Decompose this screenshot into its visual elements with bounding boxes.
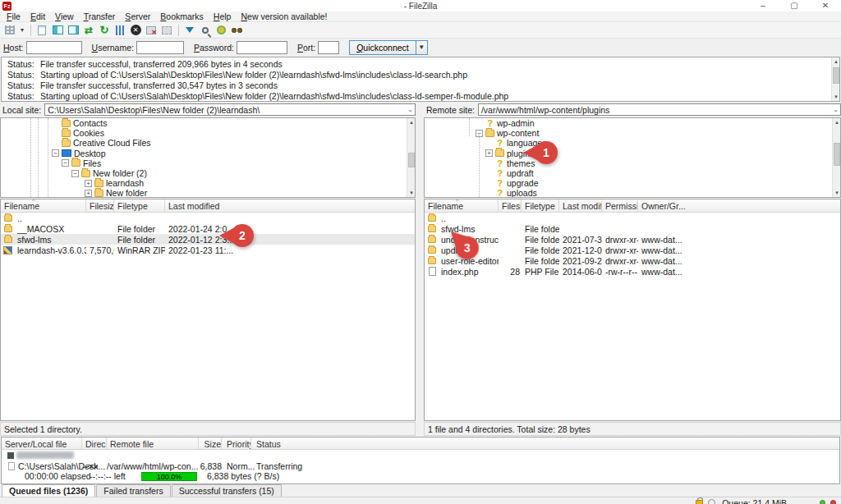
collapse-icon[interactable]: − <box>62 159 69 167</box>
quickconnect-button[interactable]: Quickconnect <box>349 40 416 55</box>
menu-server[interactable]: Server <box>120 11 155 21</box>
column-header-status[interactable]: Status <box>251 438 839 449</box>
expand-icon[interactable]: + <box>85 190 92 197</box>
queue-transfer-row[interactable]: C:\Users\Salah\Desk... -->> /var/www/htm… <box>2 460 839 471</box>
scroll-down-icon[interactable]: ▼ <box>832 93 840 101</box>
remote-site-path[interactable]: /var/www/html/wp-content/plugins⌄ <box>478 103 841 116</box>
file-row-sfwd-lms[interactable]: sfwd-lms File folder 2022-01-12 2:3... <box>1 234 415 245</box>
scroll-thumb[interactable] <box>833 67 839 84</box>
tab-failed-transfers[interactable]: Failed transfers <box>96 484 170 497</box>
scroll-up-icon[interactable]: ▲ <box>832 57 840 66</box>
file-row-user-role-editor[interactable]: user-role-editor File folder 2021-09-23.… <box>425 255 840 266</box>
tree-item-files[interactable]: −Files <box>1 158 415 168</box>
column-header-server-local-file[interactable]: Server/Local file <box>2 438 82 449</box>
menu-edit[interactable]: Edit <box>25 11 50 21</box>
menu-bookmarks[interactable]: Bookmarks <box>155 11 209 21</box>
column-header-filesize[interactable]: Filesize <box>86 199 114 212</box>
tree-item-learndash[interactable]: +learndash <box>1 178 415 188</box>
toggle-log-icon[interactable] <box>34 24 49 37</box>
lock-icon[interactable] <box>696 500 703 504</box>
reconnect-icon[interactable] <box>159 24 174 37</box>
synchronized-browsing-icon[interactable] <box>214 24 228 37</box>
tree-item-desktop[interactable]: −Desktop <box>1 149 415 158</box>
column-header-filename[interactable]: Filename^ <box>1 199 86 212</box>
log-scrollbar[interactable]: ▲ ▼ <box>831 57 839 101</box>
tree-item-creative-cloud-files[interactable]: Creative Cloud Files <box>1 138 415 148</box>
toggle-remote-tree-icon[interactable] <box>66 24 80 37</box>
file-row-parent-dir[interactable]: .. <box>425 213 840 223</box>
column-header-filetype[interactable]: Filetype <box>114 199 165 212</box>
username-input[interactable] <box>136 41 184 54</box>
chevron-down-icon[interactable]: ⌄ <box>407 104 413 116</box>
scroll-down-icon[interactable]: ▼ <box>407 189 416 197</box>
tree-item-uploads[interactable]: ?uploads <box>425 188 840 198</box>
menu-help[interactable]: Help <box>209 11 237 21</box>
toggle-local-tree-icon[interactable] <box>50 24 65 37</box>
expand-icon[interactable]: + <box>485 149 493 157</box>
disconnect-icon[interactable] <box>144 24 159 37</box>
tree-item-contacts[interactable]: Contacts <box>1 118 415 128</box>
local-site-path[interactable]: C:\Users\Salah\Desktop\Files\New folder … <box>44 103 416 116</box>
tree-item-new-folder[interactable]: +New folder <box>1 188 415 198</box>
refresh-icon[interactable]: ↻ <box>97 24 112 37</box>
tree-item-wp-admin[interactable]: ?wp-admin <box>425 118 840 128</box>
file-row-macosx[interactable]: __MACOSX File folder 2022-01-24 2:0... <box>1 223 415 234</box>
tree-item-plugins[interactable]: +plugins <box>425 149 840 158</box>
site-manager-dropdown-icon[interactable]: ▾ <box>18 24 26 37</box>
host-input[interactable] <box>26 41 82 54</box>
tree-item-updraft[interactable]: ?updraft <box>425 168 840 178</box>
tree-item-wp-content[interactable]: −wp-content <box>425 128 840 138</box>
file-row-index-php[interactable]: index.php 28 PHP File 2014-06-05... -rw-… <box>425 266 840 277</box>
tree-item-cookies[interactable]: Cookies <box>1 128 415 138</box>
maximize-button[interactable]: ▢ <box>779 0 810 11</box>
scroll-thumb[interactable] <box>834 143 840 166</box>
file-row-sfwd-lms[interactable]: sfwd-lms File folder <box>425 223 840 234</box>
minimize-button[interactable]: – <box>747 0 779 11</box>
column-header-filesize[interactable]: Filesize <box>499 199 522 212</box>
collapse-icon[interactable]: − <box>71 170 79 177</box>
scroll-up-icon[interactable]: ▲ <box>407 118 416 126</box>
tree-item-new-folder-2[interactable]: −New folder (2) <box>1 168 415 178</box>
filter-icon[interactable] <box>182 24 197 37</box>
column-header-size[interactable]: Size <box>199 438 222 449</box>
tab-queued-files[interactable]: Queued files (1236) <box>2 484 95 497</box>
menu-file[interactable]: File <box>2 11 25 21</box>
find-files-icon[interactable] <box>229 24 244 37</box>
process-queue-icon[interactable] <box>113 24 127 37</box>
column-header-priority[interactable]: Priority <box>222 438 251 449</box>
password-input[interactable] <box>237 41 287 54</box>
scroll-thumb[interactable] <box>408 153 415 167</box>
tree-item-themes[interactable]: ?themes <box>425 158 840 168</box>
scroll-down-icon[interactable]: ▼ <box>833 189 841 197</box>
toggle-queue-icon[interactable]: ⇄ <box>81 24 96 37</box>
file-row-updraft[interactable]: updraft File folder 2021-12-02... drwxr-… <box>425 245 840 255</box>
column-header-filename[interactable]: Filename^ <box>425 199 499 212</box>
tree-item-languages[interactable]: ?languages <box>425 138 840 148</box>
tree-item-upgrade[interactable]: ?upgrade <box>425 178 840 188</box>
cancel-operation-icon[interactable]: ✕ <box>128 24 143 37</box>
expand-icon[interactable]: + <box>85 180 92 187</box>
column-header-owner-group[interactable]: Owner/Gr... <box>638 199 840 212</box>
file-row-parent-dir[interactable]: .. <box>1 213 415 223</box>
column-header-permissions[interactable]: Permissi... <box>602 199 638 212</box>
column-header-last-modified[interactable]: Last modified <box>165 199 415 212</box>
column-header-filetype[interactable]: Filetype <box>522 199 559 212</box>
column-header-remote-file[interactable]: Remote file <box>107 438 199 449</box>
file-row-under-construction[interactable]: under-constructi... File folder 2021-07-… <box>425 234 840 245</box>
local-tree-scrollbar[interactable]: ▲ ▼ <box>407 118 415 197</box>
compare-directories-icon[interactable] <box>198 24 213 37</box>
close-button[interactable]: ✕ <box>810 0 841 11</box>
site-manager-icon[interactable] <box>2 24 17 37</box>
menu-transfer[interactable]: Transfer <box>79 11 121 21</box>
quickconnect-dropdown-icon[interactable]: ▼ <box>416 40 428 55</box>
collapse-icon[interactable]: − <box>52 149 59 157</box>
file-row-learndash-zip[interactable]: learndash-v3.6.0.3.zip 7,570,636 WinRAR … <box>1 245 415 255</box>
port-input[interactable] <box>318 41 339 54</box>
menu-new-version[interactable]: New version available! <box>236 11 332 21</box>
tab-successful-transfers[interactable]: Successful transfers (15) <box>172 484 282 497</box>
menu-view[interactable]: View <box>50 11 79 21</box>
column-header-direction[interactable]: Direc... <box>82 438 107 449</box>
clock-icon[interactable] <box>708 499 715 504</box>
chevron-down-icon[interactable]: ⌄ <box>833 104 839 116</box>
remote-tree-scrollbar[interactable]: ▲ ▼ <box>832 118 840 197</box>
